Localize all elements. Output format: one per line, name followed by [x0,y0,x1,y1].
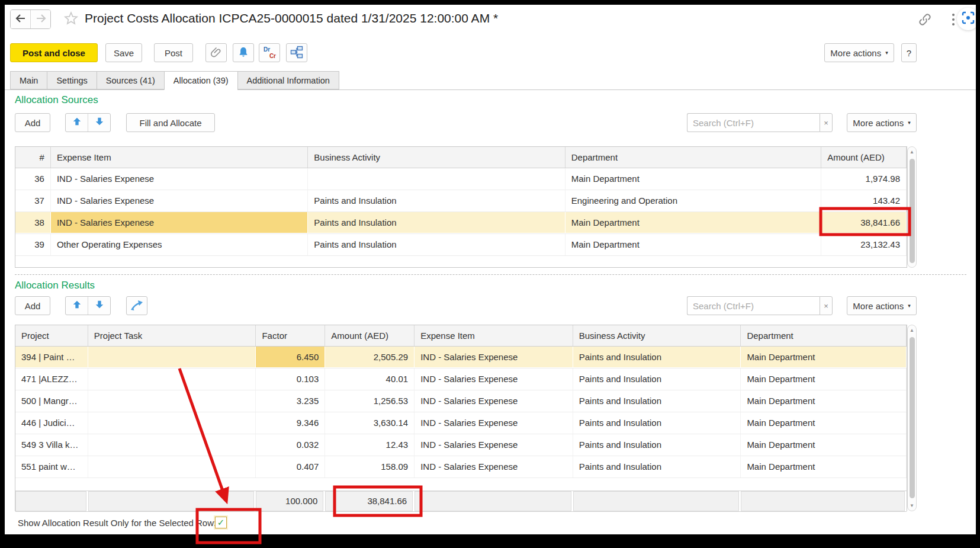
result-row-2[interactable]: 471 |ALEZZ… 0.103 40.01 IND - Salaries E… [15,368,907,390]
result-factor[interactable]: 0.407 [256,456,325,478]
scroll-up-icon[interactable]: ▲ [908,328,916,333]
tab-allocation[interactable]: Allocation (39) [164,71,237,90]
scrollbar-thumb[interactable] [910,337,915,498]
result-factor-current-cell[interactable]: 6.450 [256,347,325,368]
post-button[interactable]: Post [154,43,193,62]
result-department[interactable]: Main Department [741,412,907,434]
result-project-task[interactable] [88,456,256,478]
result-expense-item[interactable]: IND - Salaries Expenese [415,456,573,478]
results-col-factor[interactable]: Factor [256,325,325,346]
sources-more-actions-button[interactable]: More actions▾ [847,113,917,132]
result-amount[interactable]: 1,256.53 [325,390,415,412]
source-department[interactable]: Main Department [565,168,821,190]
results-search-input[interactable] [687,296,820,315]
result-business-activity[interactable]: Paints and Insulation [573,390,741,412]
save-button[interactable]: Save [105,43,142,62]
sources-col-number[interactable]: # [15,147,51,168]
scrollbar-thumb[interactable] [910,159,915,263]
section-splitter[interactable] [15,274,966,275]
result-row-3[interactable]: 500 | Mangr… 3.235 1,256.53 IND - Salari… [15,390,907,412]
result-row-4[interactable]: 446 | Judici… 9.346 3,630.14 IND - Salar… [15,412,907,434]
source-business-activity[interactable]: Paints and Insulation [308,190,565,211]
result-department[interactable]: Main Department [741,390,907,412]
sources-search-clear-button[interactable]: × [820,113,833,132]
fill-and-allocate-button[interactable]: Fill and Allocate [126,113,215,132]
results-col-department[interactable]: Department [741,325,907,346]
scroll-down-icon[interactable]: ▼ [908,503,916,508]
source-business-activity[interactable]: Paints and Insulation [308,212,565,233]
result-project[interactable]: 551 paint w… [15,456,88,478]
source-business-activity[interactable]: Paints and Insulation [308,234,565,255]
source-department[interactable]: Main Department [565,212,821,233]
result-project[interactable]: 471 |ALEZZ… [15,368,88,390]
source-business-activity[interactable] [308,168,565,190]
tab-main[interactable]: Main [10,71,47,89]
result-business-activity[interactable]: Paints and Insulation [573,456,741,478]
sources-move-up-button[interactable] [66,114,88,132]
result-project[interactable]: 394 | Paint … [15,347,88,368]
source-expense-item[interactable]: Other Operating Expenses [51,234,308,255]
source-row-38-selected[interactable]: 38 IND - Salaries Expenese Paints and In… [15,212,907,234]
source-row-37[interactable]: 37 IND - Salaries Expenese Paints and In… [15,190,907,212]
attachments-button[interactable] [205,43,227,62]
source-num[interactable]: 38 [15,212,51,233]
result-department[interactable]: Main Department [741,347,907,368]
tab-settings[interactable]: Settings [47,71,96,89]
result-factor[interactable]: 9.346 [256,412,325,434]
source-row-39[interactable]: 39 Other Operating Expenses Paints and I… [15,234,907,256]
show-allocation-result-checkbox[interactable]: ✓ [215,517,227,528]
result-amount[interactable]: 40.01 [325,368,415,390]
reminder-button[interactable] [233,43,254,62]
kebab-menu-icon[interactable] [950,12,956,29]
result-amount[interactable]: 158.09 [325,456,415,478]
result-project[interactable]: 500 | Mangr… [15,390,88,412]
result-business-activity[interactable]: Paints and Insulation [573,368,741,390]
sources-vertical-scrollbar[interactable]: ▲ [907,146,917,268]
source-expense-item-current-cell[interactable]: IND - Salaries Expenese [51,212,308,233]
source-department[interactable]: Main Department [565,234,821,255]
result-expense-item[interactable]: IND - Salaries Expenese [415,368,573,390]
result-project-task[interactable] [88,347,256,368]
sources-add-button[interactable]: Add [15,113,50,132]
result-expense-item[interactable]: IND - Salaries Expenese [415,412,573,434]
result-row-1-selected[interactable]: 394 | Paint … 6.450 2,505.29 IND - Salar… [15,347,907,368]
results-col-business-activity[interactable]: Business Activity [573,325,741,346]
sources-search-input[interactable] [687,113,820,132]
result-factor[interactable]: 3.235 [256,390,325,412]
result-project-task[interactable] [88,434,256,456]
results-col-project[interactable]: Project [15,325,88,346]
source-row-36[interactable]: 36 IND - Salaries Expenese Main Departme… [15,168,907,190]
results-move-up-button[interactable] [66,297,88,315]
result-department[interactable]: Main Department [741,456,907,478]
get-link-icon[interactable] [917,12,933,29]
source-num[interactable]: 39 [15,234,51,255]
result-project-task[interactable] [88,390,256,412]
results-add-button[interactable]: Add [15,296,50,315]
source-expense-item[interactable]: IND - Salaries Expenese [51,168,308,190]
result-department[interactable]: Main Department [741,368,907,390]
source-num[interactable]: 37 [15,190,51,211]
sources-col-department[interactable]: Department [565,147,821,168]
favorite-star-icon[interactable] [63,11,79,28]
debit-credit-button[interactable]: Dr Cr [259,43,280,62]
result-project-task[interactable] [88,368,256,390]
toolbar-more-actions-button[interactable]: More actions▾ [824,43,894,62]
sources-col-amount[interactable]: Amount (AED) [821,147,907,168]
result-factor[interactable]: 0.103 [256,368,325,390]
result-amount[interactable]: 3,630.14 [325,412,415,434]
result-project[interactable]: 446 | Judici… [15,412,88,434]
sources-col-expense-item[interactable]: Expense Item [51,147,308,168]
result-project-task[interactable] [88,412,256,434]
sources-move-down-button[interactable] [88,114,110,132]
result-expense-item[interactable]: IND - Salaries Expenese [415,347,573,368]
result-row-6[interactable]: 551 paint w… 0.407 158.09 IND - Salaries… [15,456,907,478]
scroll-up-icon[interactable]: ▲ [908,149,916,155]
results-search-clear-button[interactable]: × [820,296,833,315]
result-amount[interactable]: 2,505.29 [325,347,415,368]
result-project[interactable]: 549 3 Villa k… [15,434,88,456]
source-num[interactable]: 36 [15,168,51,190]
result-business-activity[interactable]: Paints and Insulation [573,347,741,368]
source-amount[interactable]: 143.42 [821,190,907,211]
result-amount[interactable]: 12.43 [325,434,415,456]
result-row-5[interactable]: 549 3 Villa k… 0.032 12.43 IND - Salarie… [15,434,907,456]
